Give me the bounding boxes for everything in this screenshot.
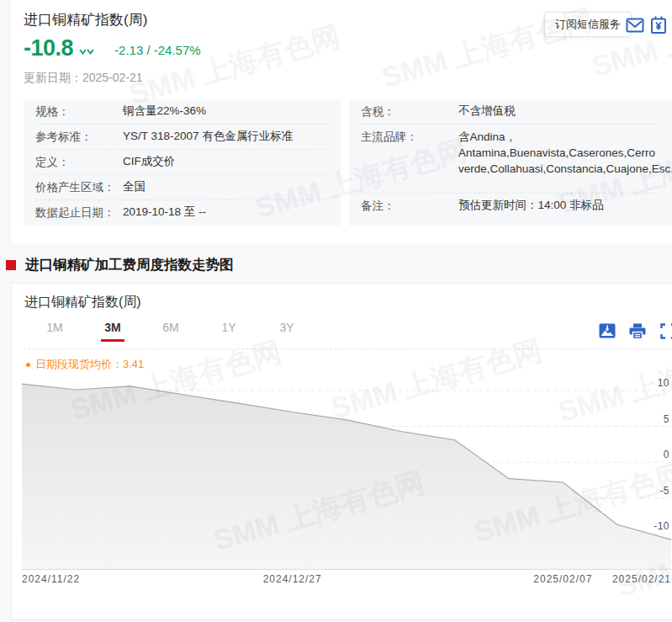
info-row-date-range: 数据起止日期： 2019-10-18 至 -- [35, 200, 329, 225]
svg-text:5: 5 [664, 413, 669, 425]
info-value: CIF成交价 [123, 154, 175, 170]
price-subscribe-icon-glyph [648, 15, 669, 35]
x-axis-label: 2024/11/22 [22, 573, 80, 585]
price-subscribe-icon[interactable] [648, 15, 669, 35]
fullscreen-icon[interactable] [659, 323, 672, 340]
spec-info-table: 规格： 铜含量22%-36% 参考标准： YS/T 318-2007 有色金属行… [24, 99, 341, 226]
info-label: 定义： [35, 155, 123, 170]
index-value: -10.8 [24, 35, 73, 61]
info-value: 含Andina，Antamina,Buenavista,Caserones,Ce… [458, 130, 672, 178]
info-value: 全国 [123, 179, 146, 195]
info-label: 主流品牌： [361, 130, 458, 145]
save-image-icon[interactable] [598, 323, 616, 340]
info-row-spec: 规格： 铜含量22%-36% [35, 99, 329, 125]
info-row-definition: 定义： CIF成交价 [35, 150, 329, 175]
page-title: 进口铜精矿指数(周) [24, 10, 147, 29]
avg-price-legend[interactable]: 日期段现货均价：3.41 [26, 357, 144, 372]
trend-down-icon [79, 49, 94, 56]
chart-title: 进口铜精矿指数(周) [24, 294, 141, 311]
svg-text:0: 0 [664, 449, 669, 460]
x-axis-label: 2024/12/27 [263, 573, 322, 585]
info-value: 2019-10-18 至 -- [123, 205, 206, 221]
info-value: YS/T 318-2007 有色金属行业标准 [123, 129, 293, 145]
index-summary-card: 进口铜精矿指数(周) 订阅短信服务 -10.8 -2.13 / -24.57% … [11, 0, 672, 243]
range-tab-3m[interactable]: 3M [100, 321, 125, 342]
range-tab-1y[interactable]: 1Y [216, 321, 241, 342]
info-value: 不含增值税 [458, 104, 516, 120]
area-chart[interactable]: 1050-5-10-15 [22, 375, 671, 570]
info-label: 数据起止日期： [35, 205, 123, 221]
svg-text:10: 10 [658, 377, 669, 389]
subscribe-sms-button[interactable]: 订阅短信服务 [544, 12, 632, 37]
tax-info-table: 含税： 不含增值税 主流品牌： 含Andina，Antamina,Buenavi… [349, 99, 672, 226]
active-tab-underline [101, 339, 124, 342]
info-label: 参考标准： [35, 130, 123, 145]
x-axis-label: 2025/02/07 [533, 573, 592, 585]
section-bullet [6, 260, 16, 270]
print-icon[interactable] [628, 323, 647, 340]
mail-icon-glyph [625, 15, 645, 35]
section-header: 进口铜精矿加工费周度指数走势图 [6, 256, 234, 274]
save-image-icon-glyph [599, 323, 616, 338]
chart-actions [598, 323, 672, 340]
subscribe-sms-label: 订阅短信服务 [555, 18, 621, 30]
info-row-standard: 参考标准： YS/T 318-2007 有色金属行业标准 [35, 125, 329, 150]
range-tab-1m[interactable]: 1M [42, 321, 67, 342]
info-row-tax: 含税： 不含增值税 [361, 99, 660, 125]
section-title: 进口铜精矿加工费周度指数走势图 [25, 256, 234, 274]
range-tabs: 1M3M6M1Y3Y [42, 321, 299, 342]
x-axis-label: 2025/02/21 [612, 573, 671, 585]
mail-icon[interactable] [625, 15, 645, 35]
print-icon-glyph [629, 323, 646, 339]
svg-text:-10: -10 [653, 520, 669, 532]
index-change: -2.13 / -24.57% [114, 43, 201, 57]
info-row-brands: 主流品牌： 含Andina，Antamina,Buenavista,Casero… [361, 125, 660, 194]
info-row-region: 价格产生区域： 全国 [35, 175, 329, 200]
index-value-row: -10.8 -2.13 / -24.57% [24, 35, 201, 61]
range-tab-3y[interactable]: 3Y [274, 321, 299, 342]
fullscreen-icon-glyph [660, 323, 672, 339]
x-axis-labels: 2024/11/222024/12/272025/02/072025/02/21 [22, 573, 671, 587]
area-chart-svg: 1050-5-10-15 [22, 375, 671, 570]
info-row-note: 备注： 预估更新时间：14:00 非标品 [361, 194, 660, 218]
chart-panel: 进口铜精矿指数(周) 1M3M6M1Y3Y [11, 283, 672, 620]
info-label: 含税： [361, 104, 458, 120]
info-value: 铜含量22%-36% [123, 104, 206, 120]
range-tab-6m[interactable]: 6M [158, 321, 183, 342]
info-label: 规格： [35, 104, 123, 120]
info-label: 价格产生区域： [35, 180, 123, 195]
svg-text:-5: -5 [659, 485, 669, 497]
info-value: 预估更新时间：14:00 非标品 [458, 198, 604, 214]
legend-dot-icon [26, 363, 30, 367]
legend-label: 日期段现货均价：3.41 [35, 357, 144, 372]
update-date: 更新日期：2025-02-21 [24, 71, 143, 86]
tabs-divider [24, 348, 672, 349]
info-label: 备注： [361, 199, 458, 214]
